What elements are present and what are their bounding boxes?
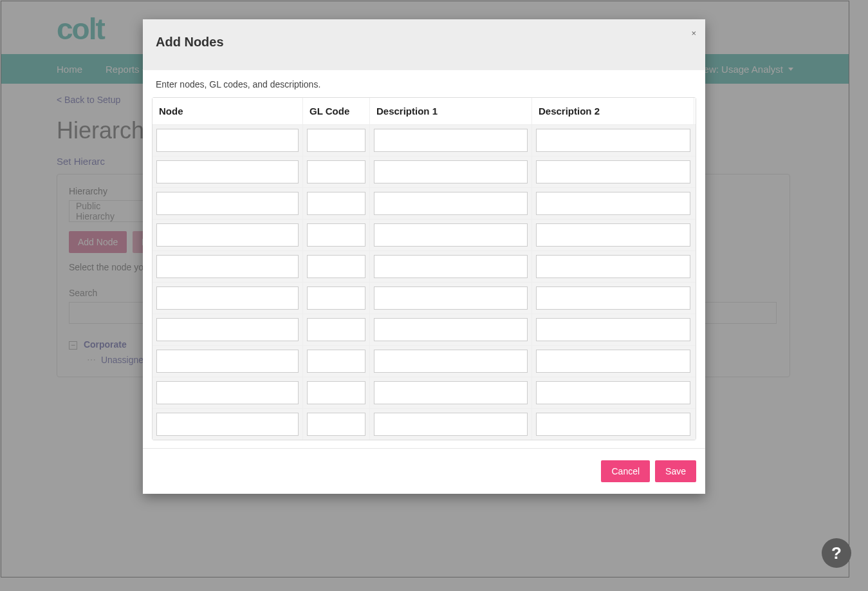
table-row: [152, 408, 696, 440]
gl-code-input[interactable]: [307, 381, 365, 404]
description-2-input[interactable]: [536, 129, 690, 152]
node-input[interactable]: [156, 413, 299, 436]
node-input[interactable]: [156, 350, 299, 373]
gl-code-input[interactable]: [307, 160, 365, 183]
description-1-input[interactable]: [374, 350, 528, 373]
column-header-d1: Description 1: [370, 98, 532, 124]
gl-code-input[interactable]: [307, 192, 365, 215]
gl-code-input[interactable]: [307, 223, 365, 247]
table-row: [152, 124, 696, 156]
node-input[interactable]: [156, 318, 299, 341]
node-input[interactable]: [156, 129, 299, 152]
description-1-input[interactable]: [374, 223, 528, 247]
table-row: [152, 187, 696, 219]
description-2-input[interactable]: [536, 381, 690, 404]
description-2-input[interactable]: [536, 350, 690, 373]
column-header-gl: GL Code: [303, 98, 370, 124]
description-2-input[interactable]: [536, 286, 690, 310]
description-1-input[interactable]: [374, 255, 528, 278]
dialog-intro-text: Enter nodes, GL codes, and descriptions.: [156, 79, 696, 89]
description-1-input[interactable]: [374, 286, 528, 310]
table-row: [152, 345, 696, 377]
description-1-input[interactable]: [374, 413, 528, 436]
gl-code-input[interactable]: [307, 286, 365, 310]
description-1-input[interactable]: [374, 129, 528, 152]
description-2-input[interactable]: [536, 192, 690, 215]
table-row: [152, 282, 696, 314]
gl-code-input[interactable]: [307, 255, 365, 278]
table-row: [152, 314, 696, 345]
table-row: [152, 156, 696, 187]
description-2-input[interactable]: [536, 413, 690, 436]
description-2-input[interactable]: [536, 160, 690, 183]
table-row: [152, 250, 696, 282]
column-header-node: Node: [152, 98, 303, 124]
description-2-input[interactable]: [536, 255, 690, 278]
node-input[interactable]: [156, 255, 299, 278]
node-input[interactable]: [156, 192, 299, 215]
table-row: [152, 219, 696, 250]
description-1-input[interactable]: [374, 381, 528, 404]
gl-code-input[interactable]: [307, 129, 365, 152]
grid-header: Node GL Code Description 1 Description 2: [152, 98, 696, 124]
dialog-footer: Cancel Save: [143, 448, 705, 494]
gl-code-input[interactable]: [307, 413, 365, 436]
dialog-header: Add Nodes ×: [143, 19, 705, 70]
node-input[interactable]: [156, 381, 299, 404]
gl-code-input[interactable]: [307, 350, 365, 373]
node-input[interactable]: [156, 286, 299, 310]
add-nodes-dialog: Add Nodes × Enter nodes, GL codes, and d…: [143, 19, 705, 494]
column-header-d2: Description 2: [532, 98, 694, 124]
description-1-input[interactable]: [374, 192, 528, 215]
help-fab[interactable]: ?: [822, 538, 851, 568]
description-2-input[interactable]: [536, 223, 690, 247]
save-button[interactable]: Save: [655, 460, 696, 482]
dialog-title: Add Nodes: [156, 35, 692, 50]
close-icon[interactable]: ×: [691, 28, 696, 38]
description-1-input[interactable]: [374, 318, 528, 341]
description-2-input[interactable]: [536, 318, 690, 341]
description-1-input[interactable]: [374, 160, 528, 183]
node-input[interactable]: [156, 223, 299, 247]
node-input[interactable]: [156, 160, 299, 183]
cancel-button[interactable]: Cancel: [601, 460, 650, 482]
table-row: [152, 377, 696, 408]
gl-code-input[interactable]: [307, 318, 365, 341]
nodes-grid: Node GL Code Description 1 Description 2: [152, 97, 696, 440]
